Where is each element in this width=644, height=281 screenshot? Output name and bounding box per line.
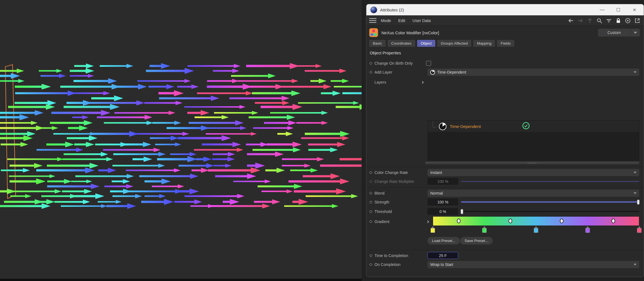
tab-basic[interactable]: Basic — [369, 40, 386, 47]
slider-handle[interactable] — [461, 209, 463, 214]
label-strength: Strength — [370, 198, 389, 206]
divider — [366, 167, 644, 167]
keyframe-diamond-icon[interactable] — [369, 254, 372, 257]
add-layer-dropdown[interactable]: Time-Dependent — [427, 69, 639, 76]
preset-value: Custom — [598, 30, 630, 35]
preset-dropdown[interactable]: Custom — [598, 29, 640, 37]
gradient-stop-knot[interactable] — [637, 226, 641, 233]
menu-mode[interactable]: Mode — [381, 18, 391, 23]
divider — [366, 250, 644, 250]
label-on-completion: On Completion — [370, 261, 400, 268]
save-preset-button[interactable]: Save Preset... — [460, 237, 493, 244]
label-add-layer: Add Layer — [370, 69, 392, 76]
label-threshold: Threshold — [370, 208, 392, 215]
time-dependent-icon — [439, 123, 446, 130]
menu-edit[interactable]: Edit — [398, 18, 405, 23]
keyframe-diamond-icon — [369, 180, 372, 183]
focus-target-icon[interactable] — [625, 18, 631, 24]
label-change-on-birth-only: Change On Birth Only — [370, 60, 413, 67]
chevron-down-icon — [634, 172, 636, 173]
label-gradient: Gradient — [370, 218, 429, 225]
label-time-to-completion: Time to Completion — [370, 252, 408, 259]
window-title: Attributes (2) — [380, 8, 404, 12]
label-color-change-rate: Color Change Rate — [370, 169, 408, 176]
nexus-color-modifier-icon — [369, 28, 378, 37]
strength-field[interactable]: 100 % — [427, 198, 458, 205]
viewport-3d[interactable] — [0, 0, 362, 279]
maximize-button[interactable] — [614, 6, 623, 13]
keyframe-diamond-icon[interactable] — [369, 171, 372, 174]
threshold-slider[interactable] — [461, 208, 639, 215]
label-change-rate-multiplier: Change Rate Multiplier — [370, 178, 414, 185]
search-icon[interactable] — [596, 18, 602, 24]
change-rate-multiplier-slider — [461, 178, 639, 185]
attributes-window: Attributes (2) — × Mode Edit User Data — [366, 4, 644, 277]
object-header: NeXus Color Modifier [nxColor] Custom — [366, 26, 644, 39]
change-on-birth-only-checkbox[interactable] — [426, 61, 431, 66]
title-bar[interactable]: Attributes (2) — × — [366, 4, 644, 15]
menu-user-data[interactable]: User Data — [412, 18, 431, 23]
tree-branch — [433, 121, 437, 127]
keyframe-diamond-icon[interactable] — [369, 210, 372, 213]
label-layers: Layers — [370, 79, 423, 86]
up-arrow-icon[interactable] — [587, 18, 593, 24]
gradient-midpoint-marker[interactable] — [508, 219, 512, 223]
change-rate-multiplier-field: 100 % — [427, 178, 458, 185]
layer-item-time-dependent[interactable]: Time-Dependent — [428, 121, 639, 132]
menu-bar: Mode Edit User Data — [366, 15, 644, 26]
blend-dropdown[interactable]: Normal — [427, 190, 639, 197]
chevron-down-icon — [634, 71, 636, 73]
gradient-midpoint-marker[interactable] — [457, 219, 461, 223]
hamburger-icon[interactable] — [369, 18, 376, 23]
keyframe-diamond-icon[interactable] — [369, 200, 372, 204]
gradient-stop-knot[interactable] — [482, 226, 487, 233]
tab-groups-affected[interactable]: Groups Affected — [437, 40, 472, 47]
on-completion-dropdown[interactable]: Wrap to Start — [427, 261, 639, 268]
slider-handle[interactable] — [637, 200, 640, 205]
tab-fields[interactable]: Fields — [497, 40, 514, 47]
object-name: NeXus Color Modifier [nxColor] — [381, 30, 439, 35]
label-blend: Blend — [370, 190, 385, 197]
chevron-down-icon — [634, 192, 636, 194]
layer-enabled-check-icon[interactable] — [522, 122, 530, 131]
gradient-stop-knot[interactable] — [431, 226, 435, 233]
load-preset-button[interactable]: Load Preset... — [427, 237, 460, 244]
tab-bar: Basic Coordinates Object Groups Affected… — [366, 39, 644, 49]
lock-icon[interactable] — [615, 18, 621, 24]
gradient-stop-knot[interactable] — [534, 226, 538, 233]
list-resize-handle[interactable]: ...... — [425, 162, 639, 164]
keyframe-diamond-icon[interactable] — [369, 220, 372, 223]
layer-list[interactable]: Time-Dependent — [427, 120, 639, 161]
gradient-bar[interactable] — [433, 216, 639, 226]
tab-object[interactable]: Object — [417, 40, 435, 47]
expand-chevron-icon[interactable] — [421, 81, 424, 84]
filter-icon[interactable] — [606, 18, 612, 24]
back-arrow-icon[interactable] — [568, 18, 574, 24]
gradient-stop-knot[interactable] — [585, 226, 590, 233]
keyframe-diamond-icon[interactable] — [369, 192, 372, 195]
strength-slider[interactable] — [461, 198, 639, 205]
threshold-field[interactable]: 0 % — [427, 208, 458, 215]
keyframe-diamond-icon[interactable] — [369, 263, 372, 266]
gradient-midpoint-marker[interactable] — [560, 219, 564, 223]
expand-chevron-icon[interactable] — [426, 220, 429, 223]
tab-coordinates[interactable]: Coordinates — [388, 40, 415, 47]
close-button[interactable]: × — [630, 6, 639, 13]
tab-mapping[interactable]: Mapping — [473, 40, 495, 47]
screen: Attributes (2) — × Mode Edit User Data — [0, 0, 644, 281]
time-to-completion-field[interactable]: 25 F — [427, 252, 458, 259]
minimize-button[interactable]: — — [598, 6, 606, 13]
chevron-down-icon — [630, 29, 640, 37]
app-icon — [370, 6, 377, 13]
time-dependent-icon — [430, 70, 435, 75]
external-link-icon[interactable] — [634, 18, 640, 24]
section-title: Object Properties — [370, 51, 401, 55]
keyframe-diamond-icon[interactable] — [369, 62, 372, 65]
color-modifier-plane-outline — [0, 0, 362, 279]
divider — [366, 187, 644, 188]
color-change-rate-dropdown[interactable]: Instant — [427, 169, 639, 176]
gradient-midpoint-marker[interactable] — [611, 219, 615, 223]
forward-arrow-icon[interactable] — [577, 18, 583, 24]
chevron-down-icon — [634, 264, 636, 265]
keyframe-diamond-icon[interactable] — [369, 71, 372, 74]
